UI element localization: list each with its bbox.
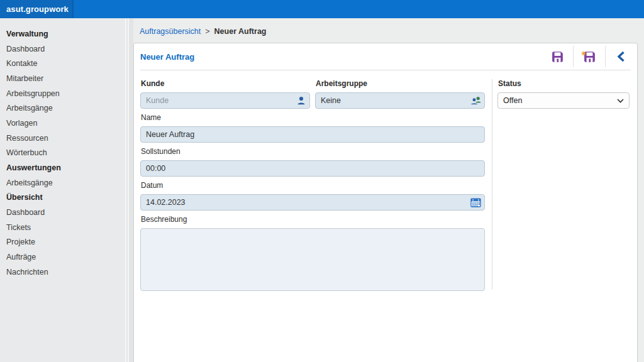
datum-input[interactable]: [141, 198, 484, 207]
toolbar-separator: [605, 46, 606, 67]
kunde-field-group: Kunde: [140, 79, 310, 109]
person-icon[interactable]: [296, 96, 306, 106]
breadcrumb: Auftragsübersicht > Neuer Auftrag: [140, 27, 266, 36]
sidebar-item-kontakte[interactable]: Kontakte: [6, 56, 125, 71]
save-button[interactable]: [549, 48, 565, 65]
beschreibung-label: Beschreibung: [141, 215, 485, 224]
sidebar-nav: Verwaltung Dashboard Kontakte Mitarbeite…: [0, 18, 125, 362]
sidebar-item-nachrichten[interactable]: Nachrichten: [6, 265, 125, 280]
arbeitsgruppe-field-group: Arbeitsgruppe: [315, 79, 485, 109]
sidebar-item-vorlagen[interactable]: Vorlagen: [6, 116, 125, 131]
name-input[interactable]: [141, 130, 484, 139]
top-bar: asut.groupwork: [0, 0, 644, 18]
chevron-left-icon: [615, 50, 628, 63]
order-form-card: Neuer Auftrag: [133, 43, 638, 362]
breadcrumb-separator: >: [205, 27, 209, 36]
status-field-group: Status Offen: [497, 79, 630, 109]
status-label: Status: [498, 79, 630, 88]
sollstunden-label: Sollstunden: [141, 147, 485, 156]
save-and-new-button[interactable]: [581, 48, 597, 65]
sidebar-item-arbeitsgaenge[interactable]: Arbeitsgänge: [6, 101, 125, 116]
form-left-column: Kunde Arbeitsgruppe: [140, 79, 485, 298]
arbeitsgruppe-input[interactable]: [316, 96, 484, 105]
breadcrumb-link-auftragsuebersicht[interactable]: Auftragsübersicht: [140, 27, 201, 36]
sidebar-item-projekte[interactable]: Projekte: [6, 235, 125, 250]
page-title: Neuer Auftrag: [140, 52, 194, 62]
app-logo-text: asut.groupwork: [6, 4, 69, 14]
status-select-value: Offen: [503, 96, 522, 105]
sidebar-item-verwaltung[interactable]: Verwaltung: [6, 26, 125, 41]
name-label: Name: [141, 113, 485, 122]
chevron-down-icon: [617, 99, 624, 103]
form-right-column: Status Offen: [492, 79, 630, 298]
name-field-group: Name: [140, 113, 485, 143]
sidebar-item-auftraege[interactable]: Aufträge: [6, 250, 125, 265]
datum-input-box: [140, 194, 485, 211]
kunde-input[interactable]: [141, 96, 309, 105]
sidebar-item-uebersicht[interactable]: Übersicht: [6, 190, 125, 206]
sidebar-item-arbeitsgruppen[interactable]: Arbeitsgruppen: [6, 86, 125, 101]
sidebar-item-mitarbeiter[interactable]: Mitarbeiter: [6, 71, 125, 86]
sidebar-item-woerterbuch[interactable]: Wörterbuch: [6, 146, 125, 161]
sidebar-item-ressourcen[interactable]: Ressourcen: [6, 131, 125, 146]
datum-label: Datum: [141, 181, 485, 190]
card-toolbar: [549, 46, 631, 67]
sidebar-item-auswertungen[interactable]: Auswertungen: [6, 160, 125, 175]
sidebar-item-dashboard-2[interactable]: Dashboard: [6, 205, 125, 220]
status-select[interactable]: Offen: [497, 92, 630, 109]
kunde-input-box: [140, 92, 310, 109]
sidebar-item-tickets[interactable]: Tickets: [6, 220, 125, 235]
beschreibung-field-group: Beschreibung: [140, 215, 485, 293]
sollstunden-input[interactable]: [141, 164, 484, 173]
sidebar-item-dashboard[interactable]: Dashboard: [6, 41, 125, 57]
sollstunden-input-box: [140, 160, 485, 177]
datum-field-group: Datum: [140, 181, 485, 211]
arbeitsgruppe-label: Arbeitsgruppe: [316, 79, 485, 88]
sollstunden-field-group: Sollstunden: [140, 147, 485, 177]
order-form: Kunde Arbeitsgruppe: [134, 70, 637, 298]
kunde-label: Kunde: [141, 79, 310, 88]
breadcrumb-current: Neuer Auftrag: [214, 27, 267, 36]
name-input-box: [140, 126, 485, 143]
app-logo[interactable]: asut.groupwork: [0, 0, 74, 18]
calendar-icon[interactable]: [470, 197, 481, 207]
sidebar-splitter: [125, 18, 133, 362]
save-icon: [550, 50, 565, 64]
new-star-icon: [580, 48, 587, 59]
beschreibung-textarea[interactable]: [140, 228, 485, 291]
people-group-icon[interactable]: [470, 96, 481, 106]
sidebar-item-arbeitsgaenge-2[interactable]: Arbeitsgänge: [6, 175, 125, 190]
arbeitsgruppe-input-box: [315, 92, 485, 109]
back-button[interactable]: [613, 48, 630, 65]
toolbar-separator: [573, 46, 574, 67]
card-header: Neuer Auftrag: [140, 43, 631, 70]
main-area: Auftragsübersicht > Neuer Auftrag Neuer …: [133, 18, 644, 362]
